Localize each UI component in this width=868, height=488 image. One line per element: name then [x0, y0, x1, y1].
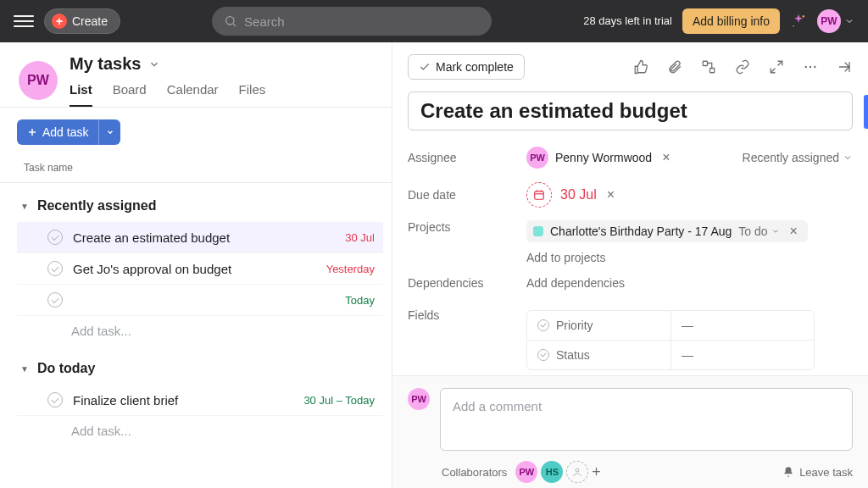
collaborator-avatar[interactable]: HS [541, 461, 563, 483]
hamburger-icon[interactable] [14, 15, 34, 27]
calendar-icon [526, 182, 552, 208]
chevron-down-icon[interactable] [148, 58, 160, 70]
expand-icon[interactable] [768, 58, 785, 75]
like-icon[interactable] [632, 58, 649, 75]
add-task-inline[interactable]: Add task... [17, 416, 383, 446]
complete-checkbox[interactable] [47, 230, 63, 245]
add-billing-button[interactable]: Add billing info [682, 8, 780, 34]
left-pane: PW My tasks List Board Calendar Files Ad… [0, 42, 392, 488]
task-row[interactable]: Get Jo's approval on budget Yesterday [17, 253, 383, 285]
add-collaborator-button[interactable]: + [592, 463, 601, 481]
search-placeholder: Search [244, 14, 285, 29]
task-title: Create an estimated budget [420, 99, 840, 123]
sparkle-icon[interactable] [790, 13, 807, 30]
comment-section: PW Add a comment Collaborators PW HS + L… [392, 375, 868, 488]
add-task-label: Add task [42, 125, 88, 139]
tab-list[interactable]: List [70, 82, 92, 107]
tab-calendar[interactable]: Calendar [167, 82, 219, 107]
subtask-icon[interactable] [700, 58, 717, 75]
search-input[interactable]: Search [212, 7, 492, 36]
projects-label: Projects [408, 220, 526, 234]
scroll-indicator [864, 95, 868, 129]
remove-project-icon[interactable]: × [787, 224, 801, 239]
svg-point-9 [810, 66, 811, 68]
plus-icon: + [52, 14, 67, 29]
trial-text: 28 days left in trial [583, 14, 672, 28]
custom-fields-grid: Priority — Status — [526, 310, 815, 370]
chevron-down-icon [771, 227, 780, 236]
due-date: Today [345, 294, 375, 307]
search-icon [224, 14, 237, 28]
svg-point-3 [793, 25, 794, 27]
comment-avatar: PW [408, 388, 430, 410]
complete-checkbox[interactable] [47, 261, 63, 276]
section-header[interactable]: ▼ Do today [17, 358, 383, 385]
project-status: To do [738, 225, 767, 238]
field-row[interactable]: Priority — [527, 311, 814, 341]
add-task-inline[interactable]: Add task... [17, 316, 383, 346]
field-type-icon [537, 349, 549, 361]
close-panel-icon[interactable] [836, 58, 853, 75]
task-row[interactable]: Create an estimated budget 30 Jul [17, 222, 383, 253]
tabs: List Board Calendar Files [70, 82, 375, 107]
assignee-avatar: PW [526, 147, 548, 169]
more-icon[interactable] [802, 58, 819, 75]
add-task-dropdown[interactable] [98, 119, 120, 145]
attachment-icon[interactable] [666, 58, 683, 75]
triangle-down-icon: ▼ [20, 364, 29, 374]
collaborator-avatar[interactable]: PW [515, 461, 537, 483]
svg-point-0 [226, 17, 234, 25]
field-type-icon [537, 319, 549, 331]
complete-checkbox[interactable] [47, 292, 63, 308]
leave-task-button[interactable]: Leave task [782, 466, 853, 479]
field-value[interactable]: — [671, 341, 704, 369]
link-icon[interactable] [734, 58, 751, 75]
task-title-input[interactable]: Create an estimated budget [408, 92, 853, 130]
field-label: Priority [556, 319, 593, 332]
task-name: Get Jo's approval on budget [73, 262, 316, 276]
column-header: Task name [0, 157, 392, 183]
tab-files[interactable]: Files [239, 82, 266, 107]
add-to-projects-button[interactable]: Add to projects [526, 251, 605, 264]
svg-rect-6 [703, 61, 707, 65]
project-status-dropdown[interactable]: To do [738, 225, 779, 238]
leave-label: Leave task [799, 466, 853, 479]
svg-point-8 [805, 66, 807, 68]
due-date: 30 Jul [345, 231, 375, 244]
due-date: Yesterday [326, 263, 375, 275]
field-value[interactable]: — [671, 311, 704, 340]
create-button[interactable]: + Create [44, 8, 120, 34]
remove-date-icon[interactable]: × [604, 187, 618, 202]
recently-assigned-dropdown[interactable]: Recently assigned [743, 151, 853, 164]
chevron-down-icon [843, 152, 853, 163]
task-row[interactable]: Today [17, 285, 383, 316]
topbar: + Create Search 28 days left in trial Ad… [0, 0, 868, 42]
complete-checkbox[interactable] [47, 392, 63, 408]
page-title: My tasks [70, 54, 142, 74]
chevron-down-icon [106, 128, 114, 136]
remove-assignee-icon[interactable]: × [659, 150, 673, 165]
svg-rect-12 [535, 191, 544, 199]
project-name: Charlotte's Birthday Party - 17 Aug [550, 225, 732, 238]
comment-input[interactable]: Add a comment [440, 388, 853, 451]
svg-point-16 [576, 469, 579, 472]
user-menu[interactable]: PW [817, 9, 854, 33]
add-task-button[interactable]: Add task [17, 119, 98, 145]
task-name: Finalize client brief [73, 393, 293, 408]
dependencies-label: Dependencies [408, 276, 526, 290]
svg-point-10 [814, 66, 815, 68]
assignee-name[interactable]: Penny Wormwood [555, 151, 652, 164]
add-dependencies-button[interactable]: Add dependencies [526, 276, 625, 290]
triangle-down-icon: ▼ [20, 202, 29, 211]
tab-board[interactable]: Board [113, 82, 147, 107]
task-row[interactable]: Finalize client brief 30 Jul – Today [17, 385, 383, 416]
section-name: Recently assigned [37, 198, 157, 214]
field-row[interactable]: Status — [527, 341, 814, 369]
add-collaborator-placeholder-icon[interactable] [566, 461, 588, 483]
section-header[interactable]: ▼ Recently assigned [17, 195, 383, 222]
mark-complete-button[interactable]: Mark complete [408, 54, 525, 80]
project-chip[interactable]: Charlotte's Birthday Party - 17 Aug To d… [526, 220, 808, 242]
create-label: Create [72, 14, 108, 28]
due-date: 30 Jul – Today [303, 394, 375, 407]
due-date-button[interactable]: 30 Jul [526, 182, 597, 208]
